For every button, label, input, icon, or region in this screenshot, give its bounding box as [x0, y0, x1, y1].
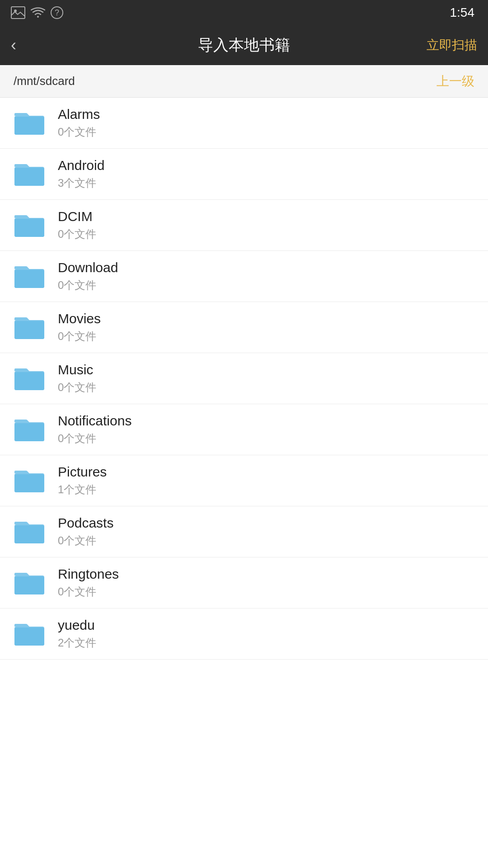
folder-item[interactable]: Notifications 0个文件: [0, 404, 488, 455]
folder-icon: [14, 365, 45, 392]
page-title: 导入本地书籍: [198, 35, 290, 56]
svg-rect-10: [14, 219, 44, 237]
folder-count: 0个文件: [58, 329, 101, 344]
folder-count: 0个文件: [58, 227, 96, 241]
folder-name: Podcasts: [58, 515, 113, 531]
svg-rect-19: [14, 372, 44, 390]
folder-info: Alarms 0个文件: [58, 107, 100, 139]
question-icon: ?: [51, 6, 63, 19]
status-bar: ? 1:54: [0, 0, 488, 25]
folder-count: 3个文件: [58, 176, 104, 190]
status-icons: ?: [11, 6, 63, 19]
folder-info: Android 3个文件: [58, 158, 104, 190]
svg-rect-34: [14, 627, 44, 646]
folder-info: Download 0个文件: [58, 260, 118, 292]
folder-item[interactable]: Ringtones 0个文件: [0, 557, 488, 609]
folder-count: 2个文件: [58, 636, 96, 650]
svg-rect-28: [14, 525, 44, 543]
folder-name: yuedu: [58, 618, 96, 633]
folder-icon: [14, 314, 45, 341]
folder-count: 0个文件: [58, 380, 96, 395]
folder-list: Alarms 0个文件 Android 3个文件: [0, 98, 488, 660]
folder-icon: [14, 160, 45, 188]
wifi-icon: [31, 7, 45, 19]
folder-info: Ringtones 0个文件: [58, 566, 119, 599]
folder-name: Alarms: [58, 107, 100, 122]
current-path: /mnt/sdcard: [14, 74, 75, 88]
folder-name: DCIM: [58, 209, 96, 224]
title-bar: ‹ 导入本地书籍 立即扫描: [0, 25, 488, 65]
folder-name: Android: [58, 158, 104, 173]
folder-icon: [14, 263, 45, 290]
folder-count: 0个文件: [58, 431, 131, 446]
folder-info: yuedu 2个文件: [58, 618, 96, 650]
folder-count: 0个文件: [58, 278, 118, 292]
folder-icon: [14, 620, 45, 647]
folder-count: 0个文件: [58, 585, 119, 599]
folder-item[interactable]: Music 0个文件: [0, 353, 488, 404]
folder-count: 1个文件: [58, 482, 107, 497]
folder-item[interactable]: yuedu 2个文件: [0, 609, 488, 660]
svg-rect-22: [14, 423, 44, 441]
folder-item[interactable]: DCIM 0个文件: [0, 200, 488, 251]
svg-rect-31: [14, 576, 44, 594]
status-time: 1:54: [450, 5, 475, 20]
folder-info: Notifications 0个文件: [58, 413, 131, 446]
image-icon: [11, 6, 25, 19]
folder-item[interactable]: Download 0个文件: [0, 251, 488, 302]
back-button[interactable]: ‹: [11, 36, 16, 55]
folder-item[interactable]: Movies 0个文件: [0, 302, 488, 353]
svg-rect-0: [11, 7, 25, 19]
svg-rect-16: [14, 321, 44, 339]
folder-icon: [14, 416, 45, 443]
folder-name: Notifications: [58, 413, 131, 429]
folder-icon: [14, 569, 45, 596]
folder-count: 0个文件: [58, 533, 113, 548]
folder-info: Movies 0个文件: [58, 311, 101, 344]
svg-rect-4: [14, 117, 44, 135]
folder-icon: [14, 212, 45, 239]
folder-name: Download: [58, 260, 118, 275]
folder-info: Music 0个文件: [58, 362, 96, 395]
up-button[interactable]: 上一级: [436, 73, 474, 90]
folder-name: Movies: [58, 311, 101, 326]
folder-item[interactable]: Android 3个文件: [0, 149, 488, 200]
folder-info: DCIM 0个文件: [58, 209, 96, 241]
folder-item[interactable]: Alarms 0个文件: [0, 98, 488, 149]
scan-button[interactable]: 立即扫描: [427, 37, 477, 54]
folder-info: Pictures 1个文件: [58, 464, 107, 497]
folder-name: Pictures: [58, 464, 107, 480]
svg-rect-13: [14, 270, 44, 288]
svg-rect-7: [14, 168, 44, 186]
folder-name: Ringtones: [58, 566, 119, 582]
folder-item[interactable]: Podcasts 0个文件: [0, 506, 488, 557]
folder-count: 0个文件: [58, 125, 100, 139]
svg-rect-25: [14, 474, 44, 492]
folder-icon: [14, 518, 45, 545]
folder-icon: [14, 109, 45, 137]
folder-item[interactable]: Pictures 1个文件: [0, 455, 488, 506]
path-bar: /mnt/sdcard 上一级: [0, 65, 488, 98]
folder-name: Music: [58, 362, 96, 377]
folder-info: Podcasts 0个文件: [58, 515, 113, 548]
folder-icon: [14, 467, 45, 494]
